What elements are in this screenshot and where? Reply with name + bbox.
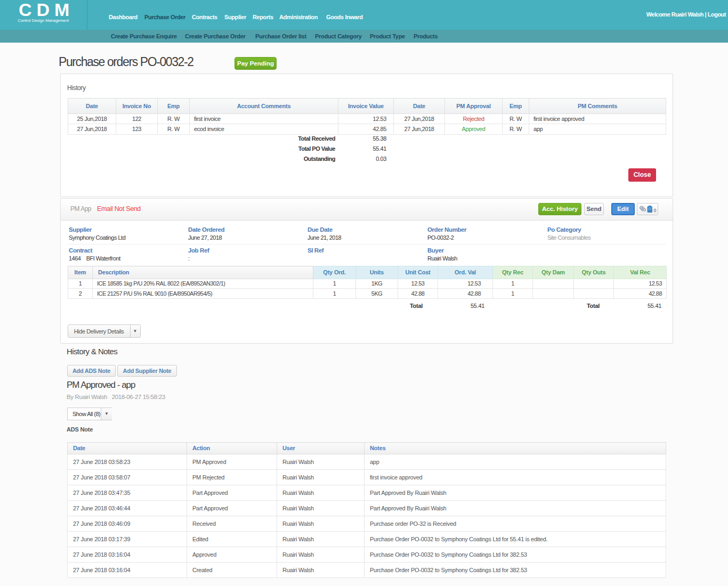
svg-text:0: 0 [654, 207, 657, 213]
